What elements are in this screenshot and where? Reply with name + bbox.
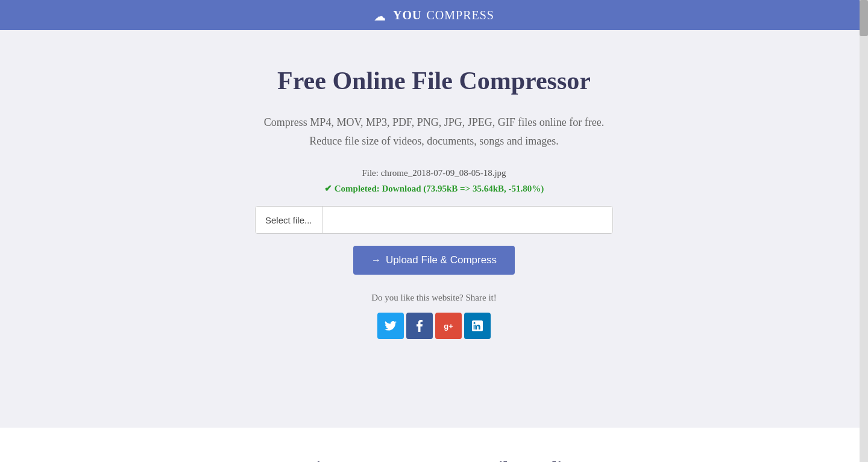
logo-you: YOU xyxy=(393,8,421,22)
subtitle-line1: Compress MP4, MOV, MP3, PDF, PNG, JPG, J… xyxy=(264,113,604,132)
scrollbar[interactable] xyxy=(860,0,868,462)
completion-text: Completed: Download (73.95kB => 35.64kB,… xyxy=(335,184,544,193)
completion-status: ✔Completed: Download (73.95kB => 35.64kB… xyxy=(324,183,544,194)
arrow-icon: → xyxy=(371,255,381,266)
linkedin-icon xyxy=(472,320,483,331)
site-header: ☁ YOUCOMPRESS xyxy=(0,0,868,30)
linkedin-share-button[interactable] xyxy=(464,313,491,339)
subtitle-block: Compress MP4, MOV, MP3, PDF, PNG, JPG, J… xyxy=(264,113,604,150)
bottom-title: Easiest Way to Compress Files Online xyxy=(288,458,580,462)
site-logo: ☁ YOUCOMPRESS xyxy=(374,8,494,22)
check-icon: ✔ xyxy=(324,184,332,193)
twitter-icon xyxy=(385,321,397,331)
facebook-icon xyxy=(417,320,423,332)
file-info: File: chrome_2018-07-09_08-05-18.jpg xyxy=(362,168,506,178)
page-title: Free Online File Compressor xyxy=(277,66,591,95)
select-file-button[interactable]: Select file... xyxy=(256,207,322,233)
main-section: Free Online File Compressor Compress MP4… xyxy=(0,30,868,428)
google-plus-label: g+ xyxy=(444,322,453,331)
cloud-icon: ☁ xyxy=(374,9,388,21)
bottom-section: Easiest Way to Compress Files Online xyxy=(0,428,868,462)
twitter-share-button[interactable] xyxy=(377,313,404,339)
scrollbar-thumb[interactable] xyxy=(860,0,868,36)
social-buttons: g+ xyxy=(377,313,491,339)
google-share-button[interactable]: g+ xyxy=(435,313,462,339)
file-name-input[interactable] xyxy=(322,207,612,233)
logo-compress: COMPRESS xyxy=(426,8,494,22)
upload-button-label: Upload File & Compress xyxy=(386,254,497,266)
upload-compress-button[interactable]: → Upload File & Compress xyxy=(353,246,515,275)
facebook-share-button[interactable] xyxy=(406,313,433,339)
file-input-row: Select file... xyxy=(255,206,613,234)
share-text: Do you like this website? Share it! xyxy=(371,293,496,303)
subtitle-line2: Reduce file size of videos, documents, s… xyxy=(264,132,604,151)
